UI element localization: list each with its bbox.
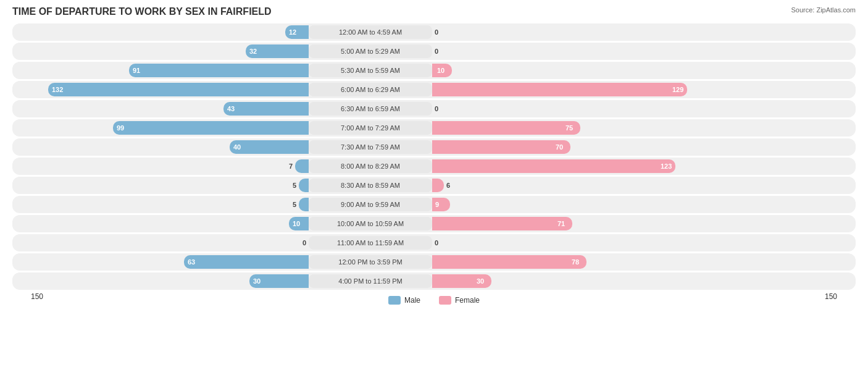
axis-left-label: 150 [31,292,43,305]
female-value-inside: 9 [435,201,439,208]
male-bar: 10 [289,217,309,230]
female-value-inside: 10 [437,67,444,74]
female-value-inside: 129 [672,86,683,93]
male-value-outside: 5 [293,201,296,208]
table-row: 40 7:30 AM to 7:59 AM 70 [12,138,856,156]
table-row: 7 8:00 AM to 8:29 AM 123 [12,158,856,175]
male-value-outside: 7 [289,162,293,170]
time-label: 9:00 AM to 9:59 AM [309,198,432,211]
female-value-inside: 78 [572,258,579,266]
female-bar [432,255,586,269]
legend: Male Female [388,296,480,305]
male-value: 43 [227,105,235,112]
legend-female-label: Female [455,296,480,305]
female-bar [432,159,675,173]
time-label: 12:00 AM to 4:59 AM [309,25,432,39]
chart-body: 12 12:00 AM to 4:59 AM 0 32 5:00 AM to 5… [12,23,856,290]
male-value: 99 [117,124,124,132]
female-value-inside: 30 [477,277,484,285]
female-value-zero: 0 [435,105,438,112]
source-text: Source: ZipAtlas.com [791,6,856,14]
axis-right-label: 150 [825,292,837,305]
table-row: 5 8:30 AM to 8:59 AM 6 [12,177,856,194]
time-label: 5:00 AM to 5:29 AM [309,44,432,58]
time-label: 11:00 AM to 11:59 AM [309,236,432,250]
chart-container: TIME OF DEPARTURE TO WORK BY SEX IN FAIR… [0,0,868,367]
male-value: 63 [188,258,195,266]
male-bar [295,159,309,173]
time-label: 8:00 AM to 8:29 AM [309,159,432,173]
table-row: 63 12:00 PM to 3:59 PM 78 [12,253,856,271]
male-bar: 99 [113,121,309,135]
time-label: 7:30 AM to 7:59 AM [309,140,432,154]
time-label: 6:00 AM to 6:29 AM [309,83,432,96]
male-value-zero: 0 [303,239,306,247]
table-row: 32 5:00 AM to 5:29 AM 0 [12,43,856,60]
female-value-zero: 0 [435,28,438,36]
male-value: 10 [293,220,300,227]
female-bar [432,83,687,96]
table-row: 99 7:00 AM to 7:29 AM 75 [12,119,856,137]
female-value-inside: 123 [661,162,672,170]
male-bar: 12 [285,25,309,39]
time-label: 7:00 AM to 7:29 AM [309,121,432,135]
male-value: 91 [133,67,140,74]
male-value: 32 [249,48,257,55]
legend-male-color [388,296,401,305]
male-bar: 30 [249,274,309,288]
male-bar [299,179,309,192]
female-bar [432,121,580,135]
table-row: 10 10:00 AM to 10:59 AM 71 [12,215,856,232]
table-row: 12 12:00 AM to 4:59 AM 0 [12,23,856,41]
male-bar: 40 [230,140,309,154]
female-bar [432,217,572,230]
female-bar [432,179,444,192]
table-row: 91 5:30 AM to 5:59 AM 10 [12,62,856,79]
table-row: 30 4:00 PM to 11:59 PM 30 [12,272,856,290]
table-row: 5 9:00 AM to 9:59 AM 9 [12,196,856,213]
female-value-inside: 70 [556,143,563,151]
male-value: 30 [253,277,261,285]
female-bar [432,140,570,154]
legend-female: Female [439,296,480,305]
male-bar: 91 [129,64,309,77]
male-bar: 43 [223,102,309,116]
time-label: 12:00 PM to 3:59 PM [309,255,432,269]
legend-female-color [439,296,451,305]
male-value-outside: 5 [293,182,296,189]
male-bar: 132 [48,83,309,96]
male-value: 40 [233,143,241,151]
male-bar: 63 [184,255,309,269]
legend-male: Male [388,296,420,305]
time-label: 4:00 PM to 11:59 PM [309,274,432,288]
table-row: 43 6:30 AM to 6:59 AM 0 [12,100,856,117]
table-row: 0 11:00 AM to 11:59 AM 0 [12,234,856,251]
female-value-zero: 0 [435,48,438,55]
female-value-zero: 0 [435,239,438,247]
time-label: 8:30 AM to 8:59 AM [309,179,432,192]
time-label: 5:30 AM to 5:59 AM [309,64,432,77]
male-bar: 32 [246,44,309,58]
time-label: 6:30 AM to 6:59 AM [309,102,432,116]
male-value: 12 [289,28,296,36]
female-value-inside: 71 [557,220,565,227]
time-label: 10:00 AM to 10:59 AM [309,217,432,230]
male-value: 132 [52,86,63,93]
male-bar [299,198,309,211]
female-value-inside: 75 [565,124,573,132]
female-value-outside: 6 [446,182,450,189]
legend-male-label: Male [404,296,420,305]
chart-title: TIME OF DEPARTURE TO WORK BY SEX IN FAIR… [12,6,272,17]
table-row: 132 6:00 AM to 6:29 AM 129 [12,81,856,98]
